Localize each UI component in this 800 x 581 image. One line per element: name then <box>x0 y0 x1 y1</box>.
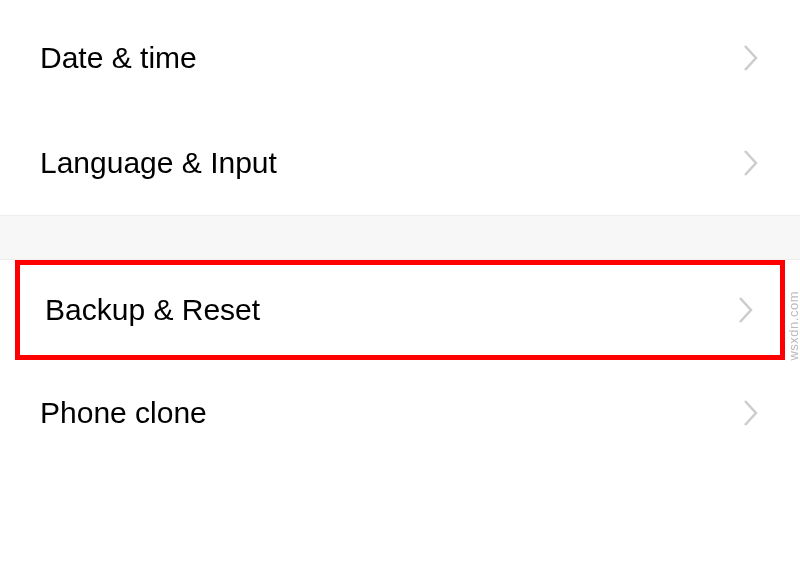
settings-item-label: Date & time <box>40 41 197 75</box>
settings-item-label: Phone clone <box>40 396 207 430</box>
watermark-text: wsxdn.com <box>787 291 801 361</box>
chevron-right-icon <box>742 43 760 73</box>
section-divider <box>0 215 800 260</box>
chevron-right-icon <box>737 295 755 325</box>
chevron-right-icon <box>742 148 760 178</box>
settings-item-backup-reset[interactable]: Backup & Reset <box>15 260 785 360</box>
settings-item-language-input[interactable]: Language & Input <box>0 110 800 215</box>
chevron-right-icon <box>742 398 760 428</box>
settings-item-date-time[interactable]: Date & time <box>0 5 800 110</box>
settings-group-2: Backup & Reset Phone clone <box>0 260 800 465</box>
settings-list: Date & time Language & Input Backup & Re… <box>0 0 800 465</box>
settings-group-1: Date & time Language & Input <box>0 0 800 215</box>
settings-item-phone-clone[interactable]: Phone clone <box>0 360 800 465</box>
settings-item-label: Backup & Reset <box>45 293 260 327</box>
settings-item-label: Language & Input <box>40 146 277 180</box>
